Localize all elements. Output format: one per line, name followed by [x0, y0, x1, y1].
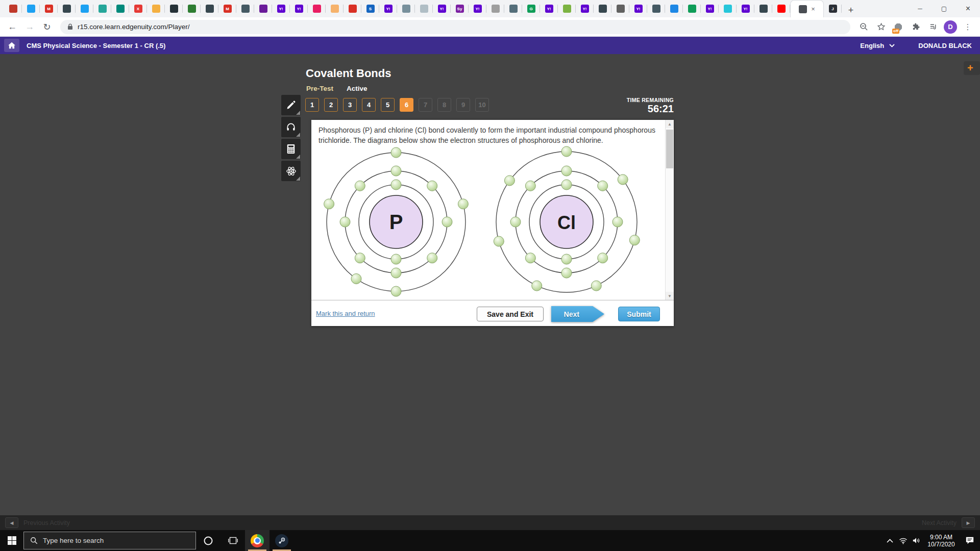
browser-tab[interactable]: Y! — [737, 0, 754, 17]
browser-tab[interactable]: Y! — [469, 0, 486, 17]
close-button[interactable]: × — [956, 0, 980, 17]
browser-tab[interactable] — [236, 0, 254, 17]
browser-tab[interactable] — [486, 0, 504, 17]
browser-tab[interactable] — [76, 0, 93, 17]
maximize-button[interactable]: ▢ — [932, 0, 956, 17]
taskbar-search-box[interactable]: Type here to search — [23, 532, 196, 549]
panel-scrollbar[interactable]: ▲ ▼ — [665, 120, 674, 300]
browser-tab[interactable] — [93, 0, 111, 17]
tab-favicon — [152, 5, 160, 13]
taskbar-clock[interactable]: 9:00 AM 10/7/2020 — [923, 534, 960, 548]
annotate-tool-button[interactable] — [281, 95, 301, 115]
question-tile-6[interactable]: 6 — [400, 98, 413, 112]
browser-tab[interactable]: Y! — [540, 0, 558, 17]
reading-list-icon[interactable] — [926, 20, 940, 34]
browser-tab[interactable] — [308, 0, 326, 17]
browser-tab[interactable] — [415, 0, 433, 17]
steam-taskbar-button[interactable] — [270, 530, 294, 551]
browser-tab[interactable] — [558, 0, 576, 17]
browser-tab[interactable] — [719, 0, 737, 17]
browser-tab[interactable] — [754, 0, 772, 17]
cortana-button[interactable] — [196, 530, 220, 551]
browser-tab[interactable]: Y! — [379, 0, 397, 17]
browser-tab[interactable] — [111, 0, 129, 17]
home-icon — [8, 42, 16, 49]
browser-tab[interactable]: M — [218, 0, 236, 17]
zoom-page-icon[interactable] — [856, 20, 871, 34]
browser-tab[interactable] — [326, 0, 344, 17]
browser-tab[interactable] — [594, 0, 611, 17]
chrome-taskbar-button[interactable] — [245, 530, 270, 551]
minimize-button[interactable]: ─ — [908, 0, 932, 17]
user-name[interactable]: DONALD BLACK — [918, 42, 972, 49]
browser-menu-icon[interactable]: ⋮ — [961, 20, 975, 34]
start-button[interactable] — [0, 530, 23, 551]
next-activity-button[interactable]: ▶ — [962, 517, 975, 528]
browser-tab[interactable]: Sy — [451, 0, 469, 17]
add-panel-button[interactable]: + — [964, 61, 980, 75]
browser-tab[interactable]: Y! — [433, 0, 451, 17]
browser-tab[interactable]: Y! — [576, 0, 594, 17]
science-tool-button[interactable] — [281, 161, 301, 181]
extensions-puzzle-icon[interactable] — [909, 20, 923, 34]
browser-tab[interactable] — [504, 0, 522, 17]
adblock-extension-icon[interactable]: off — [891, 20, 905, 34]
browser-tab[interactable] — [4, 0, 22, 17]
action-center-button[interactable] — [960, 530, 980, 551]
browser-tab[interactable]: Y! — [272, 0, 290, 17]
mark-return-link[interactable]: Mark this and return — [316, 310, 375, 317]
submit-button[interactable]: Submit — [618, 307, 660, 321]
profile-avatar[interactable]: D — [943, 20, 958, 34]
browser-tab[interactable] — [183, 0, 201, 17]
browser-tab[interactable]: Y! — [290, 0, 308, 17]
browser-tab[interactable] — [772, 0, 790, 17]
back-button[interactable]: ← — [5, 20, 19, 34]
browser-tab[interactable] — [647, 0, 665, 17]
next-button[interactable]: Next — [551, 306, 604, 322]
scroll-down-button[interactable]: ▼ — [666, 292, 674, 300]
volume-tray-icon[interactable] — [910, 530, 923, 551]
language-selector[interactable]: English — [860, 42, 895, 49]
scroll-up-button[interactable]: ▲ — [666, 120, 674, 128]
browser-tab[interactable]: Y! — [629, 0, 647, 17]
browser-tab[interactable] — [201, 0, 218, 17]
home-button[interactable] — [4, 39, 19, 52]
save-exit-button[interactable]: Save and Exit — [477, 307, 544, 321]
browser-tab[interactable]: Y! — [701, 0, 719, 17]
browser-tab[interactable]: X — [129, 0, 147, 17]
wifi-tray-icon[interactable] — [896, 530, 910, 551]
browser-tab[interactable] — [58, 0, 76, 17]
audio-tool-button[interactable] — [281, 117, 301, 137]
browser-tab[interactable] — [665, 0, 683, 17]
question-tile-2[interactable]: 2 — [324, 98, 338, 112]
previous-activity-label: Previous Activity — [23, 519, 70, 527]
new-tab-button[interactable]: + — [844, 3, 858, 17]
question-tile-3[interactable]: 3 — [343, 98, 357, 112]
browser-tab[interactable] — [344, 0, 361, 17]
calculator-tool-button[interactable] — [281, 139, 301, 159]
browser-tab[interactable]: S — [361, 0, 379, 17]
task-view-button[interactable] — [220, 530, 245, 551]
browser-tab[interactable]: M — [40, 0, 58, 17]
browser-tab[interactable]: G — [522, 0, 540, 17]
browser-tab[interactable]: J — [824, 0, 842, 17]
browser-tab[interactable] — [611, 0, 629, 17]
question-tile-5[interactable]: 5 — [381, 98, 395, 112]
bookmark-star-icon[interactable] — [874, 20, 888, 34]
forward-button[interactable]: → — [22, 20, 37, 34]
scrollbar-thumb[interactable] — [666, 130, 673, 168]
address-bar[interactable]: r15.core.learn.edgenuity.com/Player/ — [60, 20, 850, 34]
tab-close-icon[interactable]: × — [811, 6, 815, 12]
reload-button[interactable]: ↻ — [40, 20, 54, 34]
question-tile-4[interactable]: 4 — [362, 98, 376, 112]
tray-expand-button[interactable] — [883, 530, 896, 551]
browser-tab-active[interactable]: × — [790, 0, 824, 17]
browser-tab[interactable] — [165, 0, 183, 17]
browser-tab[interactable] — [22, 0, 40, 17]
browser-tab[interactable] — [254, 0, 272, 17]
browser-tab[interactable] — [397, 0, 415, 17]
browser-tab[interactable] — [147, 0, 165, 17]
previous-activity-button[interactable]: ◀ — [5, 517, 18, 528]
question-tile-1[interactable]: 1 — [305, 98, 319, 112]
browser-tab[interactable] — [683, 0, 701, 17]
